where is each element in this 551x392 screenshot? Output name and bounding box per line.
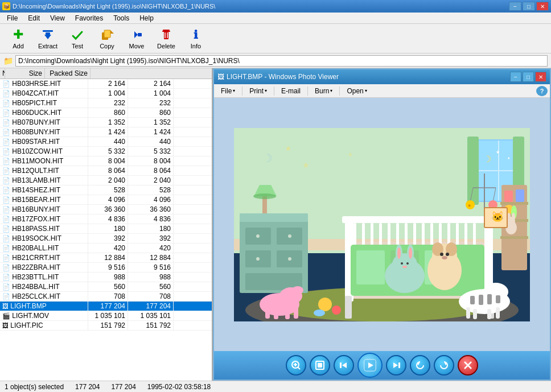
viewer-help-button[interactable]: ? (536, 86, 548, 96)
add-icon: ✚ (11, 28, 25, 42)
svg-text:★: ★ (507, 156, 510, 160)
rotate-cw-button[interactable] (434, 355, 454, 376)
svg-rect-9 (164, 31, 168, 39)
header-size[interactable]: Size (5, 68, 45, 79)
rotate-ccw-button[interactable] (410, 355, 430, 376)
list-item[interactable]: 📄 HB07BUNY.HIT1 3521 352 (0, 118, 212, 127)
list-item[interactable]: 📄 HB20BALL.HIT420420 (0, 244, 212, 253)
menu-file[interactable]: File (2, 13, 22, 23)
menu-view[interactable]: View (46, 13, 69, 23)
file-size: 5 332 (88, 147, 128, 156)
list-item[interactable]: 📄 HB22ZBRA.HIT9 5169 516 (0, 263, 212, 273)
viewer-menu-email[interactable]: E-mail (277, 86, 305, 96)
svg-text:☽: ☽ (483, 154, 491, 164)
status-packed: 177 204 (111, 383, 135, 391)
list-item[interactable]: 🖼 LIGHT.PIC151 792151 792 (0, 321, 212, 331)
test-button[interactable]: Test (64, 26, 91, 51)
close-button[interactable]: ✕ (536, 2, 549, 11)
viewer-menu-file[interactable]: File ▾ (216, 86, 240, 96)
list-item[interactable]: 📄 HB04ZCAT.HIT1 0041 004 (0, 89, 212, 98)
viewer-window-controls[interactable]: − □ ✕ (510, 72, 546, 82)
menu-help[interactable]: Help (135, 13, 158, 23)
menu-favorites[interactable]: Favorites (71, 13, 108, 23)
svg-text:★: ★ (302, 160, 310, 170)
viewer-menu-burn[interactable]: Burn ▾ (310, 86, 337, 96)
list-item[interactable]: 📄 HB25CLCK.HIT708708 (0, 292, 212, 302)
list-item[interactable]: 📄 HB08BUNY.HIT1 4241 424 (0, 127, 212, 137)
next-button[interactable] (386, 355, 406, 376)
title-bar-controls[interactable]: − □ ✕ (509, 2, 549, 11)
previous-button[interactable] (334, 355, 354, 376)
list-item[interactable]: 📄 HB10ZCOW.HIT5 3325 332 (0, 147, 212, 156)
file-name: 📄 HB24BBAL.HIT (0, 282, 88, 291)
slideshow-button[interactable] (357, 353, 383, 378)
delete-button[interactable]: Delete (153, 26, 180, 51)
svg-rect-117 (496, 295, 500, 303)
minimize-button[interactable]: − (509, 2, 521, 11)
svg-rect-50 (362, 223, 365, 246)
svg-text:★: ★ (496, 150, 500, 155)
maximize-button[interactable]: □ (523, 2, 535, 11)
info-button[interactable]: ℹ Info (182, 26, 209, 51)
move-button[interactable]: Move (123, 26, 150, 51)
list-item[interactable]: 🖼 LIGHT.BMP177 204177 204 (0, 302, 212, 311)
svg-rect-97 (504, 191, 513, 202)
list-item[interactable]: 📄 HB23BTTL.HIT988988 (0, 273, 212, 282)
svg-rect-54 (396, 223, 399, 246)
file-packed-size: 440 (128, 137, 174, 146)
info-icon: ℹ (189, 28, 203, 42)
zoom-in-button[interactable] (286, 355, 306, 376)
file-size: 1 035 101 (88, 311, 128, 320)
viewer-delete-button[interactable] (458, 355, 478, 376)
viewer-menu-open[interactable]: Open ▾ (342, 86, 371, 96)
list-item[interactable]: 📄 HB24BBAL.HIT560560 (0, 282, 212, 292)
svg-rect-118 (466, 307, 470, 319)
print-dropdown-arrow: ▾ (265, 88, 267, 93)
header-packed[interactable]: Packed Size (45, 68, 91, 79)
svg-point-104 (512, 213, 515, 221)
svg-rect-132 (318, 363, 322, 368)
list-item[interactable]: 📄 HB11MOON.HIT8 0048 004 (0, 156, 212, 166)
burn-dropdown-arrow: ▾ (330, 88, 332, 93)
copy-label: Copy (100, 43, 114, 49)
extract-button[interactable]: Extract (34, 26, 61, 51)
viewer-close-button[interactable]: ✕ (535, 72, 546, 82)
list-item[interactable]: 📄 HB14SHEZ.HIT528528 (0, 185, 212, 195)
add-label: Add (13, 43, 24, 49)
list-item[interactable]: 📄 HB16BUNY.HIT36 36036 360 (0, 205, 212, 214)
list-item[interactable]: 📄 HB18PASS.HIT180180 (0, 224, 212, 234)
file-name: 📄 HB06DUCK.HIT (0, 108, 88, 117)
list-item[interactable]: 📄 HB05PICT.HIT232232 (0, 98, 212, 108)
file-packed-size: 177 204 (128, 302, 174, 311)
list-item[interactable]: 📄 HB19SOCK.HIT392392 (0, 234, 212, 244)
header-name[interactable]: Name (0, 68, 5, 79)
list-item[interactable]: 📄 HB13LAMB.HIT2 0402 040 (0, 176, 212, 185)
app-icon: 📦 (2, 2, 10, 10)
copy-button[interactable]: Copy (93, 26, 121, 51)
list-item[interactable]: 📄 HB15BEAR.HIT4 0964 096 (0, 195, 212, 205)
file-size: 36 360 (88, 205, 128, 214)
list-item[interactable]: 📄 HB21CRRT.HIT12 88412 884 (0, 253, 212, 263)
add-button[interactable]: ✚ Add (5, 26, 32, 51)
list-item[interactable]: 📄 HB09STAR.HIT440440 (0, 137, 212, 147)
list-item[interactable]: 📄 HB06DUCK.HIT860860 (0, 108, 212, 118)
viewer-maximize-button[interactable]: □ (523, 72, 534, 82)
list-item[interactable]: 📄 HB03HRSE.HIT2 1642 164 (0, 79, 212, 89)
svg-rect-4 (104, 30, 110, 38)
file-packed-size: 528 (128, 185, 174, 195)
extract-label: Extract (38, 43, 57, 49)
menu-edit[interactable]: Edit (23, 13, 44, 23)
list-item[interactable]: 🎬 LIGHT.MOV1 035 1011 035 101 (0, 311, 212, 321)
list-item[interactable]: 📄 HB17ZFOX.HIT4 8364 836 (0, 214, 212, 224)
viewer-minimize-button[interactable]: − (510, 72, 521, 82)
viewer-title-left: 🖼 LIGHT.BMP - Windows Photo Viewer (217, 73, 339, 81)
viewer-menu-print[interactable]: Print ▾ (245, 86, 272, 96)
list-item[interactable]: 📄 HB12QULT.HIT8 0648 064 (0, 166, 212, 176)
menu-tools[interactable]: Tools (109, 13, 134, 23)
file-size: 528 (88, 185, 128, 195)
file-size: 4 836 (88, 214, 128, 224)
address-input[interactable] (15, 55, 548, 67)
actual-size-button[interactable] (310, 355, 330, 376)
viewer-image-icon: 🖼 (217, 73, 224, 81)
svg-rect-10 (162, 31, 170, 32)
